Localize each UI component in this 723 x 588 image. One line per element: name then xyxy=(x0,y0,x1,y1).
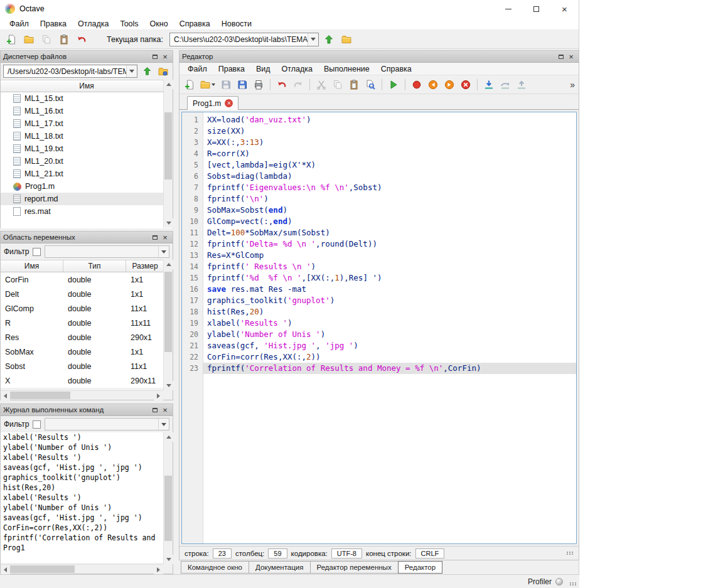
prev-breakpoint-button[interactable] xyxy=(426,77,441,92)
code-line[interactable]: GlComp=vect(:,end) xyxy=(203,216,576,227)
open-file-button[interactable] xyxy=(198,77,217,92)
menu-item[interactable]: Выполнение xyxy=(318,63,375,75)
menu-item[interactable]: Отладка xyxy=(276,63,318,75)
scrollbar-thumb[interactable] xyxy=(164,476,172,541)
code-editor[interactable]: 1234567891011121314151617181920212223 XX… xyxy=(181,112,577,544)
history-item[interactable]: ylabel('Number of Unis ') xyxy=(1,442,173,452)
code-line[interactable]: xlabel('Results ') xyxy=(203,318,576,329)
tab-close-icon[interactable]: × xyxy=(225,99,233,107)
file-row[interactable]: ML1_21.txt xyxy=(1,168,173,180)
code-line[interactable]: save res.mat Res -mat xyxy=(203,284,576,295)
history-item[interactable]: Prog1 xyxy=(1,543,173,553)
next-breakpoint-button[interactable] xyxy=(442,77,457,92)
menu-item[interactable]: Окно xyxy=(144,18,174,29)
float-panel-button[interactable] xyxy=(150,233,160,242)
bottom-tab[interactable]: Редактор переменных xyxy=(310,561,399,574)
new-script-button[interactable] xyxy=(4,32,19,47)
scrollbar-thumb[interactable] xyxy=(10,565,75,573)
code-line[interactable]: Sobst=diag(lambda) xyxy=(203,171,576,182)
browser-path-combobox[interactable]: /Users/u202-03/Desktop/it-labs/TEMA2 xyxy=(3,65,137,78)
save-as-button[interactable] xyxy=(235,77,250,92)
run-button[interactable] xyxy=(386,77,401,92)
history-item[interactable]: ylabel('Number of Unis ') xyxy=(1,503,173,513)
variable-row[interactable]: Xdouble290x11 xyxy=(1,373,173,388)
scrollbar-thumb[interactable] xyxy=(10,392,70,399)
menu-item[interactable]: Файл xyxy=(182,63,213,75)
scroll-down-button[interactable] xyxy=(164,218,173,228)
code-line[interactable]: graphics_toolkit('gnuplot') xyxy=(203,295,576,306)
scroll-up-button[interactable] xyxy=(164,432,173,442)
resize-grip[interactable] xyxy=(570,582,577,585)
browse-folder-button[interactable] xyxy=(339,32,354,47)
filter-combobox[interactable] xyxy=(45,245,169,258)
close-panel-button[interactable]: × xyxy=(160,52,170,61)
editor-tab[interactable]: Prog1.m × xyxy=(187,96,238,110)
workspace-vscrollbar[interactable] xyxy=(163,260,173,390)
workspace-hscrollbar[interactable] xyxy=(1,390,163,400)
code-line[interactable]: saveas(gcf, 'Hist.jpg ', 'jpg ') xyxy=(203,340,576,351)
file-name-column-header[interactable]: Имя xyxy=(1,80,173,92)
variable-row[interactable]: SobMaxdouble1x1 xyxy=(1,345,173,359)
code-line[interactable]: Delt=100*SobMax/sum(Sobst) xyxy=(203,227,576,238)
scroll-down-button[interactable] xyxy=(164,381,173,390)
step-out-button[interactable] xyxy=(514,77,529,92)
float-panel-button[interactable] xyxy=(150,405,160,415)
variable-row[interactable]: GlCompdouble11x1 xyxy=(1,301,173,316)
file-row[interactable]: ML1_18.txt xyxy=(1,130,173,142)
copy-button[interactable] xyxy=(330,77,345,92)
menu-item[interactable]: Справка xyxy=(174,18,216,29)
history-item[interactable]: fprintf('Correlation of Results and xyxy=(1,533,173,543)
file-row[interactable]: report.md xyxy=(1,193,173,205)
code-line[interactable]: fprintf('\n') xyxy=(203,193,576,205)
menu-item[interactable]: Tools xyxy=(114,18,144,29)
filter-checkbox[interactable] xyxy=(33,248,41,256)
chevron-down-icon[interactable] xyxy=(308,33,318,46)
history-item[interactable]: saveas(gcf, 'Hist.jpg ', 'jpg ') xyxy=(1,462,173,473)
code-line[interactable]: SobMax=Sobst(end) xyxy=(203,205,576,216)
file-row[interactable]: ML1_19.txt xyxy=(1,142,173,155)
variable-row[interactable]: Rdouble11x11 xyxy=(1,316,173,330)
scrollbar-thumb[interactable] xyxy=(164,112,172,179)
scroll-right-button[interactable] xyxy=(154,565,163,574)
code-line[interactable]: ylabel('Number of Unis ') xyxy=(203,329,576,340)
variable-row[interactable]: Deltdouble1x1 xyxy=(1,287,173,301)
variable-row[interactable]: Resdouble290x1 xyxy=(1,330,173,345)
variable-row[interactable]: Sobstdouble11x1 xyxy=(1,359,173,373)
code-line[interactable]: size(XX) xyxy=(203,126,576,137)
file-row[interactable]: res.mat xyxy=(1,205,173,218)
dir-up-button[interactable] xyxy=(140,65,154,78)
menu-item[interactable]: Справка xyxy=(375,63,417,75)
filter-checkbox[interactable] xyxy=(33,420,41,429)
code-line[interactable]: fprintf('%d %f \n ',[XX(:,1),Res] ') xyxy=(203,272,576,284)
code-line[interactable]: [vect,lambda]=eig(X'*X) xyxy=(203,159,576,171)
maximize-button[interactable] xyxy=(522,0,550,18)
column-header-name[interactable]: Имя xyxy=(1,260,63,272)
new-file-button[interactable] xyxy=(182,77,197,92)
paste-button[interactable] xyxy=(56,32,72,47)
menu-item[interactable]: Правка xyxy=(35,18,72,29)
file-row[interactable]: ML1_20.txt xyxy=(1,155,173,168)
editor-code[interactable]: XX=load('dan_vuz.txt')size(XX)X=XX(:,3:1… xyxy=(203,112,576,543)
code-line[interactable]: XX=load('dan_vuz.txt') xyxy=(203,114,576,126)
scroll-left-button[interactable] xyxy=(1,391,10,400)
history-item[interactable]: xlabel('Results ') xyxy=(1,452,173,462)
history-item[interactable]: graphics_toolkit('gnuplot') xyxy=(1,473,173,483)
menu-item[interactable]: Новости xyxy=(216,18,257,29)
resize-grip[interactable] xyxy=(567,552,574,555)
menu-item[interactable]: Правка xyxy=(213,63,250,75)
file-row[interactable]: ML1_17.txt xyxy=(1,117,173,130)
scrollbar-thumb[interactable] xyxy=(164,272,172,352)
print-button[interactable] xyxy=(251,77,266,92)
toolbar-overflow-button[interactable]: » xyxy=(570,80,575,90)
chevron-down-icon[interactable] xyxy=(126,65,137,77)
file-row[interactable]: ML1_16.txt xyxy=(1,105,173,117)
remove-breakpoints-button[interactable] xyxy=(458,77,473,92)
menu-item[interactable]: Файл xyxy=(4,18,35,29)
history-item[interactable]: saveas(gcf, 'Hist.jpg ', 'jpg ') xyxy=(1,513,173,523)
step-in-button[interactable] xyxy=(481,77,496,92)
code-line[interactable]: fprintf('Correlation of Results and Mone… xyxy=(203,363,576,374)
code-line[interactable]: CorFin=corr(Res,XX(:,2)) xyxy=(203,351,576,363)
scroll-right-button[interactable] xyxy=(154,391,163,400)
history-item[interactable]: hist(Res,20) xyxy=(1,483,173,493)
step-over-button[interactable] xyxy=(498,77,513,92)
